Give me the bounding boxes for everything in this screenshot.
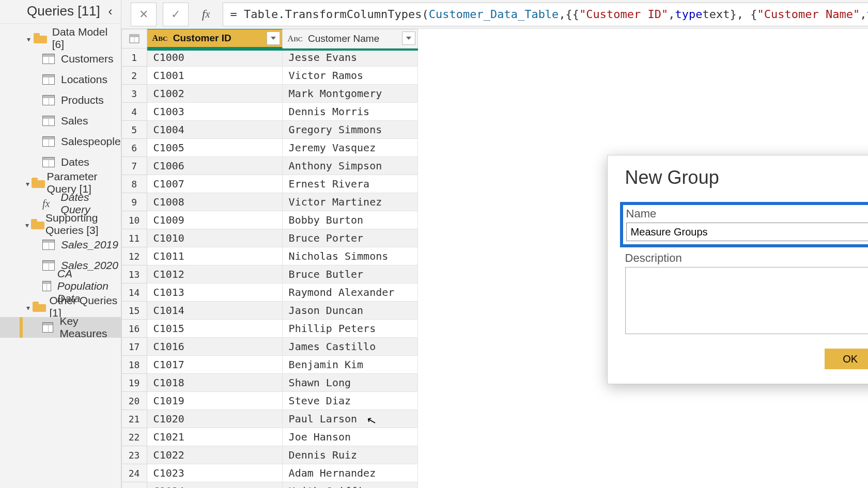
row-number[interactable]: 21	[121, 410, 147, 428]
formula-cancel-button[interactable]: ✕	[131, 3, 157, 26]
cell[interactable]: Dennis Ruiz	[283, 446, 418, 464]
cell[interactable]: Adam Hernandez	[283, 464, 418, 482]
cell[interactable]: Bobby Burton	[283, 211, 418, 229]
cell[interactable]: C1023	[147, 464, 283, 482]
row-number[interactable]: 19	[121, 374, 147, 392]
row-number[interactable]: 3	[121, 85, 147, 103]
cell[interactable]: C1002	[147, 85, 283, 103]
row-number[interactable]: 7	[121, 157, 147, 175]
query-item[interactable]: Dates	[0, 152, 121, 172]
query-item[interactable]: Salespeople	[0, 131, 121, 152]
cell[interactable]: C1001	[147, 67, 283, 85]
row-number[interactable]: 9	[121, 193, 147, 211]
cell[interactable]: Anthony Simpson	[283, 157, 418, 175]
formula-commit-button[interactable]: ✓	[163, 3, 189, 26]
cell[interactable]: C1017	[147, 356, 283, 374]
row-number[interactable]: 5	[121, 121, 147, 139]
cell[interactable]: Jason Duncan	[283, 302, 418, 320]
cell[interactable]: Bruce Porter	[283, 229, 418, 247]
query-item[interactable]: Locations	[0, 69, 121, 90]
row-number[interactable]: 13	[121, 265, 147, 284]
cell[interactable]: C1009	[147, 211, 283, 229]
cell[interactable]: Shawn Long	[283, 374, 418, 392]
row-number[interactable]: 14	[121, 284, 147, 302]
row-number[interactable]: 8	[121, 175, 147, 193]
cell[interactable]: Benjamin Kim	[283, 356, 418, 374]
cell[interactable]: C1008	[147, 193, 283, 211]
cell[interactable]: Ernest Rivera	[283, 175, 418, 193]
query-group[interactable]: ▾ Other Queries [1]	[0, 296, 121, 317]
cell[interactable]: C1014	[147, 302, 283, 320]
cell[interactable]: C1010	[147, 229, 283, 247]
cell[interactable]: C1019	[147, 392, 283, 410]
cell[interactable]: Gregory Simmons	[283, 121, 418, 139]
row-number[interactable]: 17	[121, 338, 147, 356]
query-group[interactable]: ▾ Parameter Query [1]	[0, 172, 121, 193]
column-header[interactable]: ABC Customer Name	[283, 29, 418, 49]
column-header[interactable]: ABC Customer ID	[147, 29, 283, 49]
cell[interactable]: C1013	[147, 284, 283, 302]
column-filter-button[interactable]	[267, 32, 280, 45]
row-number[interactable]: 22	[121, 428, 147, 446]
cell[interactable]: Jesse Evans	[283, 49, 418, 67]
row-number[interactable]: 10	[121, 211, 147, 229]
row-number[interactable]: 1	[121, 49, 147, 67]
row-number[interactable]: 4	[121, 103, 147, 121]
select-all-corner[interactable]	[121, 29, 147, 49]
query-item[interactable]: Sales_2019	[0, 234, 121, 255]
query-item[interactable]: Customers	[0, 49, 121, 69]
cell[interactable]: C1000	[147, 49, 283, 67]
cell[interactable]: C1015	[147, 320, 283, 338]
cell[interactable]: C1006	[147, 157, 283, 175]
cell[interactable]: Keith Griffin	[283, 482, 418, 488]
formula-text[interactable]: = Table.TransformColumnTypes(Customer_Da…	[223, 3, 868, 26]
row-number[interactable]: 2	[121, 67, 147, 85]
row-number[interactable]: 23	[121, 446, 147, 464]
cell[interactable]: Dennis Morris	[283, 103, 418, 121]
row-number[interactable]: 15	[121, 302, 147, 320]
query-group[interactable]: ▾ Supporting Queries [3]	[0, 214, 121, 234]
query-item[interactable]: Sales	[0, 111, 121, 131]
cell[interactable]: Bruce Butler	[283, 265, 418, 284]
cell[interactable]: Jeremy Vasquez	[283, 139, 418, 157]
cell[interactable]: C1022	[147, 446, 283, 464]
collapse-sidebar-icon[interactable]: ‹	[109, 4, 113, 19]
cell[interactable]: C1021	[147, 428, 283, 446]
cell[interactable]: Nicholas Simmons	[283, 247, 418, 265]
cell[interactable]: C1012	[147, 265, 283, 284]
cell[interactable]: C1018	[147, 374, 283, 392]
cell[interactable]: C1020	[147, 410, 283, 428]
query-item[interactable]: Key Measures	[0, 317, 121, 338]
query-group[interactable]: ▾ Data Model [6]	[0, 28, 121, 49]
query-item[interactable]: CA Population Data	[0, 276, 121, 296]
cell[interactable]: Steve Diaz	[283, 392, 418, 410]
column-filter-button[interactable]	[402, 32, 415, 45]
cell[interactable]: C1011	[147, 247, 283, 265]
query-item[interactable]: fxDates Query	[0, 193, 121, 214]
cell[interactable]: James Castillo	[283, 338, 418, 356]
cell[interactable]: C1003	[147, 103, 283, 121]
cell[interactable]: C1016	[147, 338, 283, 356]
row-number[interactable]: 12	[121, 247, 147, 265]
cell[interactable]: Victor Ramos	[283, 67, 418, 85]
group-description-input[interactable]	[625, 267, 868, 334]
row-number[interactable]: 16	[121, 320, 147, 338]
cell[interactable]: Mark Montgomery	[283, 85, 418, 103]
cell[interactable]: C1005	[147, 139, 283, 157]
cell[interactable]: Joe Hanson	[283, 428, 418, 446]
ok-button[interactable]: OK	[825, 349, 868, 369]
cell[interactable]: Raymond Alexander	[283, 284, 418, 302]
row-number[interactable]: 20	[121, 392, 147, 410]
row-number[interactable]: 11	[121, 229, 147, 247]
row-number[interactable]: 25	[121, 482, 147, 488]
row-number[interactable]: 18	[121, 356, 147, 374]
cell[interactable]: C1007	[147, 175, 283, 193]
cell[interactable]: Phillip Peters	[283, 320, 418, 338]
group-name-input[interactable]	[626, 223, 868, 241]
cell[interactable]: C1004	[147, 121, 283, 139]
cell[interactable]: C1024	[147, 482, 283, 488]
row-number[interactable]: 6	[121, 139, 147, 157]
cell[interactable]: Paul Larson	[283, 410, 418, 428]
cell[interactable]: Victor Martinez	[283, 193, 418, 211]
query-item[interactable]: Products	[0, 90, 121, 111]
